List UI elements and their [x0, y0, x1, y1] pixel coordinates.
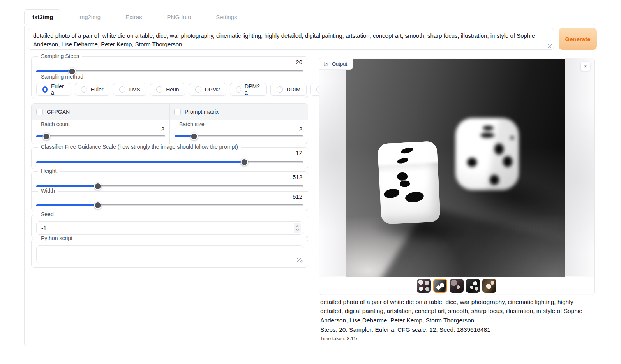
- seed-group: Seed: [31, 215, 308, 238]
- cfg-value: 12: [296, 149, 302, 156]
- radio-label: LMS: [129, 86, 140, 93]
- prompt-matrix-checkbox[interactable]: Prompt matrix: [174, 104, 219, 120]
- gfpgan-checkbox[interactable]: GFPGAN: [36, 104, 70, 120]
- tab-png-info[interactable]: PNG Info: [159, 9, 199, 24]
- tab-settings[interactable]: Settings: [208, 9, 245, 24]
- cfg-label: Classifier Free Guidance Scale (how stro…: [38, 144, 241, 150]
- close-icon[interactable]: ×: [581, 62, 590, 71]
- batch-count-field: Batch count 2: [32, 125, 170, 144]
- python-script-input[interactable]: [36, 245, 303, 263]
- radio-dpm2-a[interactable]: DPM2 a: [230, 83, 267, 96]
- caption-params: Steps: 20, Sampler: Euler a, CFG scale: …: [320, 325, 591, 334]
- caption-time-taken: Time taken: 8.11s: [320, 335, 591, 343]
- radio-euler-a[interactable]: Euler a: [36, 83, 71, 96]
- batch-count-value: 2: [161, 126, 164, 132]
- radio-dot: [156, 86, 162, 93]
- tab-img2img[interactable]: img2img: [71, 9, 108, 24]
- generation-info: detailed photo of a pair of white die on…: [320, 297, 591, 343]
- width-label: Width: [38, 188, 58, 194]
- slider-fill: [36, 204, 98, 206]
- radio-label: Euler: [91, 86, 104, 93]
- sampling-steps-label: Sampling Steps: [38, 53, 82, 59]
- script-resize-handle[interactable]: [297, 258, 302, 262]
- radio-dpm2[interactable]: DPM2: [189, 83, 226, 96]
- gallery-right-peek: [565, 58, 594, 276]
- seed-stepper[interactable]: [294, 223, 301, 233]
- generate-button[interactable]: Generate: [559, 28, 597, 50]
- height-field: Height 512: [32, 172, 308, 191]
- cfg-group: Classifier Free Guidance Scale (how stro…: [31, 147, 308, 169]
- thumbnail-5[interactable]: [482, 279, 496, 293]
- sampling-group: Sampling Steps 20 Sampling method Euler …: [31, 56, 308, 98]
- radio-euler[interactable]: Euler: [75, 83, 110, 96]
- batch-count-label: Batch count: [38, 121, 73, 127]
- python-script-group: Python script: [31, 239, 308, 268]
- batch-size-slider[interactable]: [175, 133, 303, 140]
- output-header: Output: [319, 58, 353, 70]
- batch-size-value: 2: [299, 126, 302, 132]
- chevron-down-icon: [296, 229, 299, 231]
- batch-count-slider[interactable]: [36, 133, 165, 140]
- thumbnail-strip: [319, 277, 594, 294]
- generated-image-dice[interactable]: [346, 59, 565, 278]
- thumbnail-4[interactable]: [466, 279, 480, 293]
- height-slider[interactable]: [36, 183, 303, 190]
- slider-knob[interactable]: [241, 158, 248, 166]
- gfpgan-label: GFPGAN: [47, 109, 70, 115]
- radio-label: DDIM: [286, 86, 300, 93]
- radio-label: DPM2: [205, 86, 220, 93]
- width-field: Width 512: [32, 191, 308, 211]
- python-script-label: Python script: [38, 235, 76, 241]
- width-slider[interactable]: [36, 202, 303, 209]
- batch-group: GFPGAN Prompt matrix Batch count 2 Batch…: [31, 103, 308, 144]
- sampling-steps-value: 20: [296, 59, 302, 65]
- slider-knob[interactable]: [94, 202, 101, 209]
- seed-label: Seed: [38, 211, 57, 217]
- prompt-input[interactable]: detailed photo of a pair of white die on…: [28, 28, 554, 50]
- sampling-method-field: Sampling method Euler a Euler LMS Heun: [32, 77, 308, 98]
- sampling-method-label: Sampling method: [38, 74, 86, 80]
- radio-lms[interactable]: LMS: [113, 83, 146, 96]
- seed-input[interactable]: [36, 221, 303, 235]
- slider-fill: [36, 161, 244, 163]
- radio-heun[interactable]: Heun: [150, 83, 185, 96]
- thumbnail-1[interactable]: [417, 279, 431, 293]
- cfg-field: Classifier Free Guidance Scale (how stro…: [32, 148, 308, 170]
- cfg-slider[interactable]: [36, 158, 303, 166]
- batch-size-field: Batch size 2: [170, 125, 308, 144]
- radio-dot: [42, 86, 48, 93]
- slider-track[interactable]: [36, 135, 165, 137]
- output-panel: Output ×: [319, 58, 595, 295]
- sampling-method-options: Euler a Euler LMS Heun DPM2: [36, 83, 347, 96]
- gallery-left-peek: [319, 58, 346, 276]
- output-label: Output: [332, 61, 347, 67]
- tab-bar: txt2img img2img Extras PNG Info Settings: [24, 9, 245, 24]
- tab-extras[interactable]: Extras: [118, 9, 150, 24]
- radio-dot: [236, 86, 241, 93]
- slider-knob[interactable]: [94, 183, 101, 190]
- radio-dot: [195, 86, 201, 93]
- chevron-up-icon: [296, 225, 299, 228]
- tab-txt2img[interactable]: txt2img: [24, 9, 61, 24]
- dimensions-group: Height 512 Width 512: [31, 171, 308, 211]
- prompt-matrix-label: Prompt matrix: [185, 109, 219, 115]
- thumbnail-2-selected[interactable]: [433, 279, 447, 293]
- radio-dot: [81, 86, 87, 93]
- slider-knob[interactable]: [190, 133, 198, 140]
- width-value: 512: [293, 193, 302, 200]
- thumbnail-3[interactable]: [450, 279, 464, 293]
- radio-ddim[interactable]: DDIM: [270, 83, 307, 96]
- focused-die: [378, 141, 441, 225]
- radio-dot: [119, 86, 125, 93]
- height-value: 512: [293, 174, 302, 180]
- slider-fill: [36, 185, 98, 187]
- blurred-die: [455, 118, 519, 190]
- checkbox-box[interactable]: [36, 109, 43, 115]
- prompt-resize-handle[interactable]: [548, 44, 552, 48]
- slider-track[interactable]: [36, 70, 303, 72]
- checkbox-box[interactable]: [174, 109, 181, 115]
- slider-fill: [36, 70, 72, 72]
- app-root: txt2img img2img Extras PNG Info Settings…: [0, 0, 621, 364]
- radio-label: Heun: [166, 86, 179, 93]
- slider-knob[interactable]: [43, 133, 50, 140]
